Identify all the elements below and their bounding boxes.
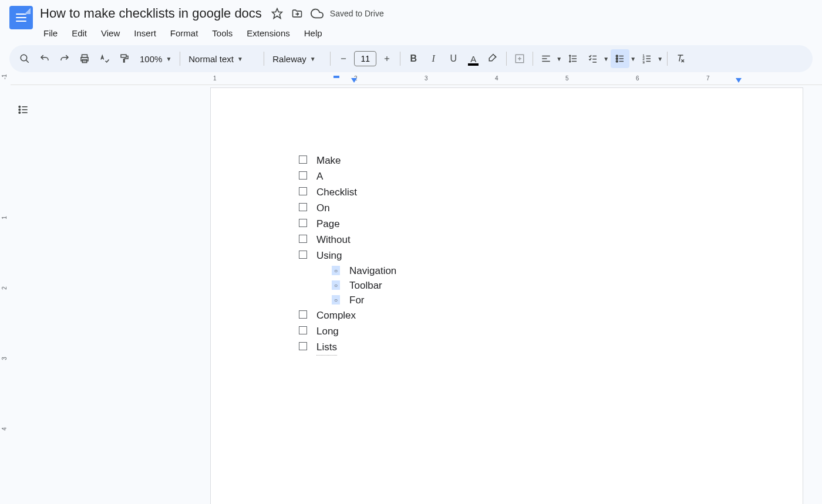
checklist-item[interactable]: On xyxy=(299,200,744,216)
bold-icon[interactable]: B xyxy=(404,49,423,68)
sublist-item[interactable]: ○For xyxy=(332,293,744,307)
sublist-item-text[interactable]: Navigation xyxy=(349,263,396,278)
menu-format[interactable]: Format xyxy=(164,26,204,40)
checklist-item-text[interactable]: Page xyxy=(316,216,340,232)
increase-font-icon[interactable] xyxy=(378,49,396,68)
checklist-item[interactable]: Page xyxy=(299,216,744,232)
separator xyxy=(506,52,507,66)
checklist-item-text[interactable]: Using xyxy=(316,248,342,263)
title-area: How to make checklists in google docs Sa… xyxy=(38,5,813,40)
bullet-list-icon[interactable] xyxy=(611,49,629,68)
checklist-item[interactable]: A xyxy=(299,168,744,184)
checklist-item-text[interactable]: Make xyxy=(316,153,341,168)
font-size-input[interactable] xyxy=(354,51,376,66)
style-dropdown[interactable]: Normal text▼ xyxy=(184,49,260,68)
sublist-item-text[interactable]: Toolbar xyxy=(349,278,382,293)
svg-text:3: 3 xyxy=(643,60,645,64)
checkbox-icon[interactable] xyxy=(299,203,307,211)
outline-toggle-icon[interactable] xyxy=(16,103,31,117)
document-page[interactable]: MakeAChecklistOnPageWithoutUsing○Navigat… xyxy=(210,87,803,504)
checklist-icon[interactable] xyxy=(584,49,602,68)
align-dropdown[interactable]: ▼ xyxy=(537,49,562,68)
menu-extensions[interactable]: Extensions xyxy=(241,26,295,40)
ruler-tick: 4 xyxy=(1,427,8,431)
checkbox-icon[interactable] xyxy=(299,251,307,259)
sublist-item-text[interactable]: For xyxy=(349,293,365,307)
chevron-down-icon: ▼ xyxy=(237,56,243,62)
checklist-item[interactable]: Without xyxy=(299,232,744,248)
circle-bullet-icon[interactable]: ○ xyxy=(332,266,340,275)
checklist-item-text[interactable]: A xyxy=(316,168,323,184)
menu-insert[interactable]: Insert xyxy=(128,26,162,40)
numbered-list-dropdown[interactable]: 123▼ xyxy=(638,49,663,68)
indent-marker-left[interactable] xyxy=(351,78,357,83)
font-dropdown[interactable]: Raleway▼ xyxy=(268,49,326,68)
menu-tools[interactable]: Tools xyxy=(206,26,238,40)
highlight-icon[interactable] xyxy=(484,49,503,68)
menu-view[interactable]: View xyxy=(95,26,126,40)
checklist-item[interactable]: Complex xyxy=(299,307,744,323)
checklist-item-text[interactable]: On xyxy=(316,200,330,216)
paint-format-icon[interactable] xyxy=(115,49,134,68)
menu-help[interactable]: Help xyxy=(298,26,328,40)
ruler-tick: 6 xyxy=(636,75,639,82)
insert-image-icon[interactable] xyxy=(510,49,529,68)
line-spacing-dropdown[interactable] xyxy=(564,49,582,68)
spellcheck-icon[interactable] xyxy=(95,49,114,68)
checklist-item[interactable]: Using xyxy=(299,248,744,263)
cloud-saved-icon[interactable] xyxy=(310,6,324,21)
checklist-item-text[interactable]: Long xyxy=(316,323,339,339)
docs-logo-icon[interactable] xyxy=(9,6,33,29)
circle-bullet-icon[interactable]: ○ xyxy=(332,295,340,305)
align-left-icon[interactable] xyxy=(537,49,555,68)
text-color-icon[interactable]: A xyxy=(464,49,483,68)
checklist-item[interactable]: Make xyxy=(299,153,744,168)
ruler-tick: 5 xyxy=(565,75,569,82)
sublist-item[interactable]: ○Toolbar xyxy=(332,278,744,293)
line-spacing-icon[interactable] xyxy=(564,49,582,68)
checklist-dropdown[interactable]: ▼ xyxy=(584,49,609,68)
checklist-item[interactable]: Checklist xyxy=(299,184,744,200)
vertical-ruler[interactable]: -1 1 2 3 4 xyxy=(0,75,11,504)
star-icon[interactable] xyxy=(270,6,284,21)
svg-point-40 xyxy=(19,112,21,114)
ruler-tick: 3 xyxy=(1,357,8,360)
checklist-item-text[interactable]: Checklist xyxy=(316,184,357,200)
numbered-list-icon[interactable]: 123 xyxy=(638,49,656,68)
underline-icon[interactable]: U xyxy=(444,49,463,68)
checkbox-icon[interactable] xyxy=(299,171,307,180)
checkbox-icon[interactable] xyxy=(299,235,307,243)
redo-icon[interactable] xyxy=(55,49,74,68)
print-icon[interactable] xyxy=(75,49,94,68)
checklist-item-text[interactable]: Complex xyxy=(316,307,356,323)
indent-marker-first-line[interactable] xyxy=(333,76,339,78)
undo-icon[interactable] xyxy=(35,49,54,68)
checkbox-icon[interactable] xyxy=(299,326,307,334)
circle-bullet-icon[interactable]: ○ xyxy=(332,280,340,290)
checklist-item-text[interactable]: Lists xyxy=(316,339,337,356)
move-icon[interactable] xyxy=(290,6,304,21)
checkbox-icon[interactable] xyxy=(299,219,307,227)
svg-point-26 xyxy=(616,60,618,62)
horizontal-ruler[interactable]: 1 2 3 4 5 6 7 xyxy=(11,75,822,85)
bullet-list-dropdown[interactable]: ▼ xyxy=(611,49,636,68)
clear-formatting-icon[interactable] xyxy=(671,49,690,68)
menu-edit[interactable]: Edit xyxy=(66,26,93,40)
checkbox-icon[interactable] xyxy=(299,155,307,164)
menu-file[interactable]: File xyxy=(38,26,63,40)
zoom-value: 100% xyxy=(140,54,162,64)
zoom-dropdown[interactable]: 100%▼ xyxy=(135,49,176,68)
checklist-item[interactable]: Lists xyxy=(299,339,744,356)
decrease-font-icon[interactable] xyxy=(334,49,353,68)
separator xyxy=(264,52,264,66)
indent-marker-right[interactable] xyxy=(736,78,742,83)
search-icon[interactable] xyxy=(15,49,34,68)
document-title[interactable]: How to make checklists in google docs xyxy=(38,5,264,22)
checkbox-icon[interactable] xyxy=(299,187,307,195)
italic-icon[interactable]: I xyxy=(424,49,443,68)
checklist-item-text[interactable]: Without xyxy=(316,232,351,248)
checkbox-icon[interactable] xyxy=(299,310,307,319)
checkbox-icon[interactable] xyxy=(299,342,307,350)
sublist-item[interactable]: ○Navigation xyxy=(332,263,744,278)
checklist-item[interactable]: Long xyxy=(299,323,744,339)
